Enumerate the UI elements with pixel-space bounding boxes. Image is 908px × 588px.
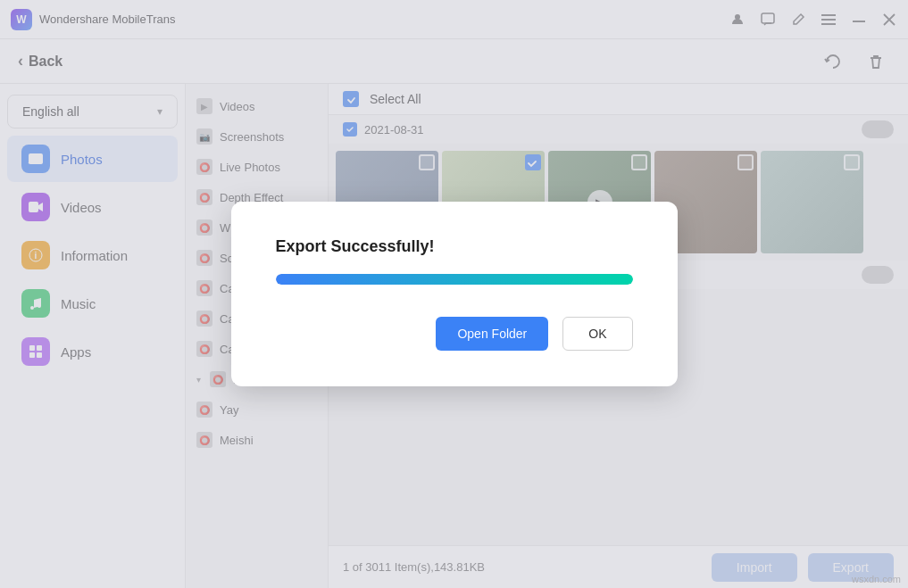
ok-button[interactable]: OK bbox=[562, 317, 632, 351]
modal-actions: Open Folder OK bbox=[436, 317, 632, 351]
progress-bar-fill bbox=[276, 274, 633, 285]
open-folder-button[interactable]: Open Folder bbox=[436, 317, 548, 351]
progress-bar-container bbox=[276, 274, 633, 285]
success-modal: Export Successfully! Open Folder OK bbox=[231, 202, 678, 386]
modal-title: Export Successfully! bbox=[276, 237, 435, 256]
modal-overlay: Export Successfully! Open Folder OK bbox=[0, 0, 908, 588]
